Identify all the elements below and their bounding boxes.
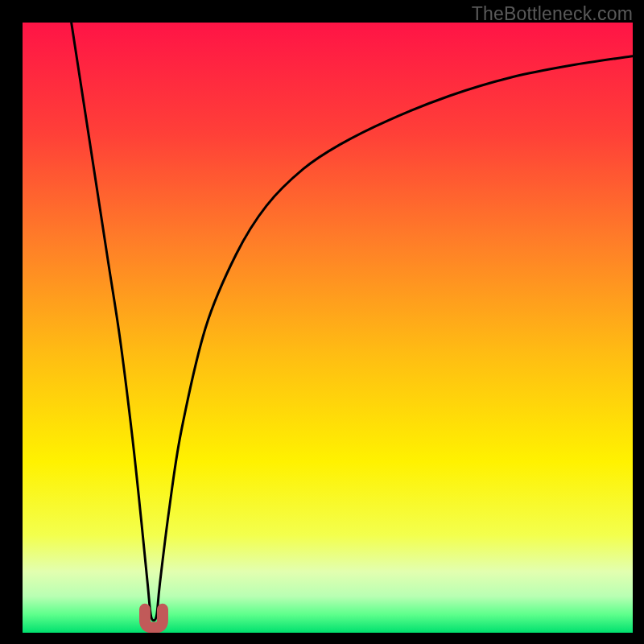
- plot-area: [23, 23, 633, 633]
- bottleneck-curve: [72, 23, 633, 621]
- watermark-text: TheBottleneck.com: [472, 3, 633, 25]
- curve-layer: [23, 23, 633, 633]
- optimum-marker: [145, 609, 163, 628]
- chart-stage: TheBottleneck.com: [0, 0, 644, 644]
